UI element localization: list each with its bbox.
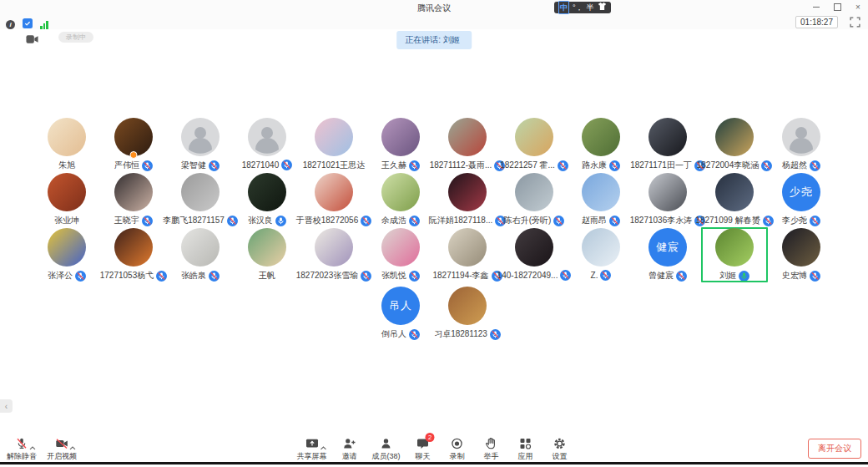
participant-tile[interactable]: 张皓泉: [167, 227, 234, 282]
participant-tile[interactable]: 梁智健: [167, 117, 234, 172]
participant-name: 张皓泉: [181, 270, 206, 282]
participant-label: 18271112-聂雨...: [430, 160, 506, 171]
participant-avatar: [715, 173, 754, 211]
invite-button[interactable]: 邀请: [336, 436, 362, 462]
participant-label: 18271021王思达: [303, 160, 366, 171]
participant-label: 李鹏飞18271157: [163, 215, 238, 226]
members-button[interactable]: 成员(38): [370, 436, 401, 462]
participant-label: 张业坤: [54, 215, 79, 226]
fullscreen-icon[interactable]: [850, 16, 861, 28]
ime-width-mode[interactable]: 半: [587, 2, 594, 13]
participant-tile[interactable]: 18271194-李鑫: [434, 227, 501, 282]
ime-skin-icon[interactable]: [598, 2, 607, 14]
participant-avatar: [114, 118, 153, 156]
participant-tile[interactable]: 史宏博: [768, 227, 835, 282]
chat-button[interactable]: 2聊天: [410, 436, 437, 462]
participant-tile[interactable]: 赵雨昂: [568, 172, 634, 227]
participant-tile[interactable]: 吊人倒吊人: [367, 286, 434, 341]
participant-tile[interactable]: 张凯悦: [367, 227, 434, 282]
participant-tile[interactable]: 张泽公: [33, 227, 100, 282]
participant-tile[interactable]: 18272004李晓涵: [701, 117, 768, 172]
participant-tile[interactable]: Z.: [568, 227, 634, 282]
participant-name: 李鹏飞18271157: [163, 215, 225, 226]
participant-tile[interactable]: 阮洋娟1827118...: [434, 172, 501, 227]
raise-hand-button[interactable]: 举手: [478, 436, 505, 462]
participant-tile[interactable]: 健宸曾健宸: [634, 227, 701, 282]
participant-avatar: [248, 228, 286, 266]
info-icon[interactable]: i: [6, 20, 15, 29]
participant-label: 史宏博: [782, 270, 820, 282]
mic-muted-icon: [209, 160, 220, 171]
record-button[interactable]: 录制: [444, 436, 471, 462]
participant-tile[interactable]: 18271171田一丁: [634, 117, 701, 172]
participant-name: 18271099 解春赟: [695, 215, 760, 226]
participant-tile[interactable]: 陈右升(旁听): [501, 172, 568, 227]
minimize-button[interactable]: [811, 2, 821, 12]
apps-button[interactable]: 应用: [512, 436, 539, 462]
participant-tile[interactable]: 李鹏飞18271157: [167, 172, 234, 227]
participant-tile[interactable]: 余成浩: [367, 172, 434, 227]
participant-name: 李少尧: [782, 215, 807, 226]
leave-meeting-button[interactable]: 离开会议: [808, 439, 861, 459]
participant-name: 朱旭: [58, 160, 75, 171]
mic-muted-icon: [142, 216, 153, 226]
camera-icon[interactable]: [26, 33, 38, 48]
participant-tile[interactable]: 刘姬: [701, 227, 768, 282]
panel-collapse-tab[interactable]: ‹: [0, 399, 13, 413]
participant-avatar: 少尧: [782, 173, 820, 211]
start-video-button[interactable]: 开启视频: [45, 436, 78, 462]
participant-avatar: [48, 173, 86, 211]
participant-avatar: [448, 287, 487, 325]
settings-button[interactable]: 设置: [547, 436, 573, 462]
participant-tile[interactable]: 张汉良: [234, 172, 300, 227]
share-screen-button[interactable]: 共享屏幕: [295, 436, 328, 462]
participant-tile[interactable]: 朱旭: [33, 117, 100, 172]
participant-tile[interactable]: 17271053杨弋: [100, 227, 167, 282]
participant-name: 严伟恒: [114, 160, 139, 171]
camera-off-icon: [55, 436, 68, 450]
participant-tile[interactable]: 140-18272049...: [501, 227, 568, 282]
meeting-timer: 01:18:27: [795, 16, 838, 28]
bottom-toolbar: 解除静音开启视频 共享屏幕邀请成员(38)2聊天录制举手应用设置 离开会议: [0, 437, 868, 462]
recording-status-pill[interactable]: 录制中: [58, 32, 93, 43]
participant-label: 140-18272049...: [497, 270, 572, 281]
participant-tile[interactable]: 习卓18281123: [434, 286, 501, 341]
toolbar-button-label: 录制: [450, 451, 465, 462]
participant-tile[interactable]: 18272023张雪瑜: [300, 227, 367, 282]
participant-tile[interactable]: 严伟恒: [100, 117, 167, 172]
ime-toolbar[interactable]: 中 °， 半: [554, 2, 611, 13]
participant-tile[interactable]: 杨超然: [768, 117, 835, 172]
mic-muted-icon: [558, 160, 568, 171]
participant-tile[interactable]: 张业坤: [33, 172, 100, 227]
participant-tile[interactable]: 18271036李永涛: [634, 172, 701, 227]
participant-avatar: 健宸: [648, 228, 687, 266]
participant-avatar: [248, 173, 286, 211]
close-button[interactable]: ×: [853, 2, 863, 12]
participant-avatar: [448, 118, 487, 156]
participant-label: 倒吊人: [381, 328, 420, 340]
participant-tile[interactable]: 王久赫: [367, 117, 434, 172]
participant-tile[interactable]: 18271021王思达: [300, 117, 367, 172]
participant-tile[interactable]: 路永康: [568, 117, 634, 172]
participant-avatar: [515, 228, 553, 266]
participant-tile[interactable]: 18271040: [234, 117, 300, 172]
participant-tile[interactable]: 少尧李少尧: [768, 172, 835, 227]
participant-label: 18221257 霍...: [500, 160, 568, 171]
maximize-button[interactable]: [832, 2, 842, 12]
participant-tile[interactable]: 王帆: [234, 227, 300, 282]
participant-tile[interactable]: 王晓宇: [100, 172, 167, 227]
invite-icon: [342, 436, 356, 450]
participant-name: 陈右升(旁听): [504, 215, 552, 226]
participant-tile[interactable]: 于晋校18272056: [300, 172, 367, 227]
chevron-up-icon[interactable]: [29, 440, 36, 453]
unmute-button[interactable]: 解除静音: [5, 436, 38, 462]
network-icon[interactable]: [40, 20, 48, 29]
chevron-up-icon[interactable]: [320, 440, 326, 453]
participant-tile[interactable]: 18271112-聂雨...: [434, 117, 501, 172]
ime-punctuation-mode[interactable]: °，: [573, 2, 583, 13]
chevron-up-icon[interactable]: [69, 440, 76, 453]
participant-label: Z.: [591, 270, 612, 281]
participant-tile[interactable]: 18271099 解春赟: [701, 172, 768, 227]
ime-language-mode[interactable]: 中: [558, 1, 569, 14]
participant-tile[interactable]: 18221257 霍...: [501, 117, 568, 172]
